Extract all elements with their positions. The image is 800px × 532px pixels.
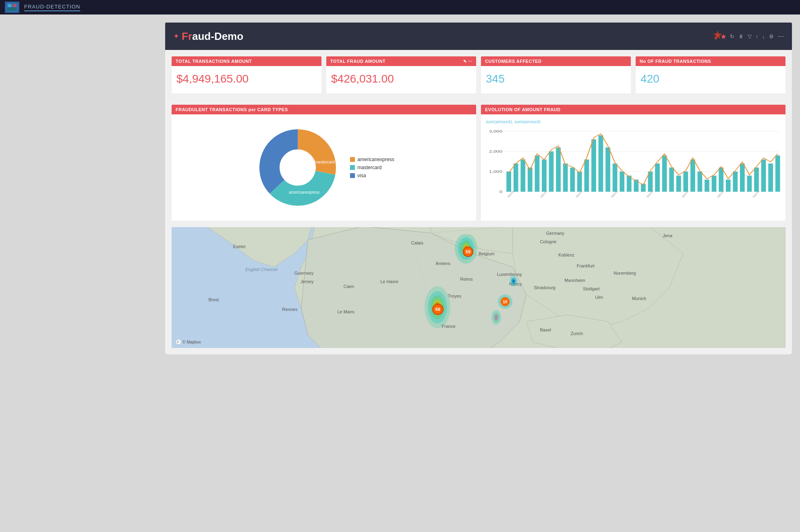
map-label-guernsey: Guernsey <box>294 271 314 275</box>
bar-14 <box>599 135 603 192</box>
arrow-icon[interactable]: ↑ <box>756 33 759 39</box>
bar-23 <box>662 155 667 192</box>
map-label-belgium: Belgium <box>479 251 495 256</box>
kpi-header-total-fraud: TOTAL FRAUD AMOUNT ✎ ··· <box>326 56 476 66</box>
bar-11 <box>577 172 582 192</box>
dashboard-panel: ✦ Fraud-Demo ★ ★ ★ ↻ ⏸ ▽ ↑ ↓ ⚙ <box>165 23 792 354</box>
bar-10 <box>570 168 575 192</box>
top-navigation: FRAUD-DETECTION <box>0 0 800 14</box>
map-container: Germany Belgium Luxembourg France Cologn… <box>172 227 785 348</box>
map-label-calais: Calais <box>411 240 423 245</box>
kpi-label-customers-affected: CUSTOMERS AFFECTED <box>485 59 541 64</box>
charts-row: FRAUDULENT TRANSACTIONS per CARD TYPES <box>165 105 792 227</box>
donut-container: visa mastercard americanexpress american… <box>176 119 471 216</box>
legend-label-visa: visa <box>357 173 366 178</box>
header-icons: ↻ ⏸ ▽ ↑ ↓ ⚙ −− <box>730 33 784 39</box>
bar-13 <box>591 139 596 192</box>
bar-chart-header: EVOLUTION OF AMOUNT FRAUD <box>481 105 785 114</box>
bar-9 <box>563 164 568 192</box>
heatmap-cluster-4 <box>491 309 502 325</box>
dashboard-header: ✦ Fraud-Demo ★ ★ ★ ↻ ⏸ ▽ ↑ ↓ ⚙ <box>165 23 792 50</box>
map-label-mannheim: Mannheim <box>564 278 585 283</box>
pause-icon[interactable]: ⏸ <box>738 33 744 39</box>
bar-22 <box>655 164 660 192</box>
donut-legend: americanexpress mastercard visa <box>350 157 394 178</box>
bar-5 <box>535 155 540 192</box>
legend-label-mastercard: mastercard <box>357 165 381 170</box>
cluster-badge-2: 68 <box>432 304 444 315</box>
bar-4 <box>528 168 533 192</box>
map-label-exeter: Exeter <box>233 244 246 249</box>
legend-item-visa: visa <box>350 173 394 178</box>
bar-31 <box>719 168 723 192</box>
heatmap-cluster-1: 59 <box>454 234 478 267</box>
svg-rect-1 <box>8 4 12 7</box>
svg-text:1,000: 1,000 <box>489 170 502 174</box>
bar-30 <box>712 176 717 192</box>
refresh-icon[interactable]: ↻ <box>730 33 734 39</box>
more-icon[interactable]: −− <box>778 33 784 39</box>
bar-34 <box>740 164 745 192</box>
svg-rect-2 <box>12 4 17 7</box>
bar-chart-legend-title: sum(amount), sum(amount) <box>486 119 781 124</box>
donut-label-mastercard: mastercard <box>315 160 335 164</box>
bar-24 <box>669 168 674 192</box>
map-label-jersey: Jersey <box>301 279 313 284</box>
bar-38 <box>768 164 773 192</box>
map-label-lemans: Le Mans <box>337 309 354 314</box>
donut-chart-title: FRAUDULENT TRANSACTIONS per CARD TYPES <box>176 107 288 112</box>
kpi-value-total-fraud: $426,031.00 <box>326 66 476 93</box>
dots-icon[interactable]: ··· <box>468 59 472 64</box>
expand-icon[interactable]: ↓ <box>762 33 765 39</box>
edit-icon[interactable]: ✎ <box>463 59 467 64</box>
svg-text:2022-01: 2022-01 <box>575 190 583 198</box>
svg-point-39 <box>495 315 498 320</box>
bar-29 <box>705 180 709 192</box>
bar-chart-title: EVOLUTION OF AMOUNT FRAUD <box>485 107 560 112</box>
mapbox-logo: © © Mapbox <box>176 339 201 345</box>
svg-text:2022-01: 2022-01 <box>681 190 689 198</box>
bar-27 <box>690 159 695 192</box>
filter-icon[interactable]: ▽ <box>748 33 752 39</box>
donut-chart-panel: FRAUDULENT TRANSACTIONS per CARD TYPES <box>172 105 476 221</box>
kpi-card-total-transactions: TOTAL TRANSACTIONS AMOUNT $4,949,165.00 <box>172 56 321 93</box>
svg-text:©: © <box>177 341 180 344</box>
map-label-germany: Germany <box>546 231 564 236</box>
bar-25 <box>676 176 681 192</box>
svg-text:3,000: 3,000 <box>489 129 502 133</box>
kpi-edit-icons: ✎ ··· <box>463 59 472 64</box>
settings-icon[interactable]: ⚙ <box>769 33 774 39</box>
main-content: ✦ Fraud-Demo ★ ★ ★ ↻ ⏸ ▽ ↑ ↓ ⚙ <box>157 14 800 532</box>
legend-color-mastercard <box>350 165 355 170</box>
kpi-label-total-fraud: TOTAL FRAUD AMOUNT <box>330 59 385 64</box>
bar-15 <box>605 147 610 192</box>
bar-7 <box>549 151 554 192</box>
svg-text:2022-01: 2022-01 <box>716 190 725 198</box>
map-label-stuttgart: Stuttgart <box>583 286 600 291</box>
donut-label-amex: americanexpress <box>289 190 319 195</box>
legend-item-mastercard: mastercard <box>350 165 394 170</box>
kpi-value-customers-affected: 345 <box>481 66 631 93</box>
kpi-header-total-transactions: TOTAL TRANSACTIONS AMOUNT <box>172 56 321 66</box>
svg-text:0: 0 <box>499 190 502 194</box>
donut-chart-body: visa mastercard americanexpress american… <box>172 114 476 221</box>
map-svg <box>172 227 785 348</box>
map-label-strasbourg: Strasbourg <box>534 285 555 290</box>
kpi-card-customers-affected: CUSTOMERS AFFECTED 345 <box>481 56 631 93</box>
mapbox-text: © Mapbox <box>182 340 201 344</box>
donut-label-visa: visa <box>286 166 294 170</box>
legend-color-amex <box>350 157 355 162</box>
dashboard-title: Fraud-Demo <box>182 30 243 43</box>
map-label-ulm: Ulm <box>595 295 603 300</box>
kpi-value-fraud-transactions: 420 <box>636 66 785 93</box>
kpi-card-fraud-transactions: No OF FRAUD TRANSACTIONS 420 <box>636 56 785 93</box>
bar-3 <box>520 159 525 192</box>
bar-35 <box>747 176 752 192</box>
donut-chart-header: FRAUDULENT TRANSACTIONS per CARD TYPES <box>172 105 476 114</box>
legend-item-amex: americanexpress <box>350 157 394 162</box>
bar-chart-panel: EVOLUTION OF AMOUNT FRAUD sum(amount), s… <box>481 105 785 221</box>
heatmap-cluster-2: 68 <box>423 285 452 329</box>
cluster-badge-3: 10 <box>501 297 510 306</box>
kpi-card-total-fraud: TOTAL FRAUD AMOUNT ✎ ··· $426,031.00 <box>326 56 476 93</box>
map-label-zurich: Zurich <box>571 331 583 336</box>
